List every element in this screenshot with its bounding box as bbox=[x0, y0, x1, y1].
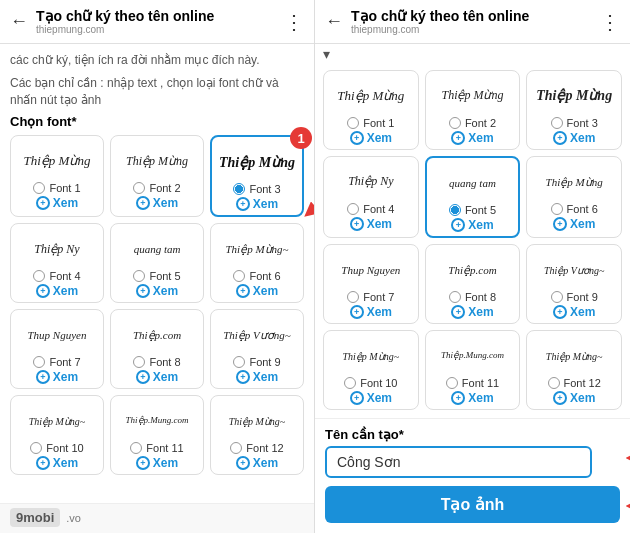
font-grid-left: Thiệp Mừng Font 1 + Xem Thiệp Mừng bbox=[10, 135, 304, 475]
right-radio-font-10[interactable] bbox=[344, 377, 356, 389]
back-button[interactable]: ← bbox=[10, 11, 28, 32]
right-font-card-10[interactable]: Thiệp Mừng~ Font 10 + Xem bbox=[323, 330, 419, 410]
font-card-4[interactable]: Thiệp Ny Font 4 + Xem bbox=[10, 223, 104, 303]
radio-font-9[interactable] bbox=[233, 356, 245, 368]
right-radio-font-3[interactable] bbox=[551, 117, 563, 129]
xem-btn-7[interactable]: + Xem bbox=[36, 370, 78, 384]
xem-icon-9: + bbox=[236, 370, 250, 384]
right-font-card-4[interactable]: Thiệp Ny Font 4 + Xem bbox=[323, 156, 419, 238]
right-xem-icon-3: + bbox=[553, 131, 567, 145]
font-card-1[interactable]: Thiệp Mừng Font 1 + Xem bbox=[10, 135, 104, 217]
right-font-card-11[interactable]: Thiệp.Mung.com Font 11 + Xem bbox=[425, 330, 521, 410]
right-font-card-8[interactable]: Thiệp.com Font 8 + Xem bbox=[425, 244, 521, 324]
xem-icon-3: + bbox=[236, 197, 250, 211]
right-font-card-9[interactable]: Thiệp Vương~ Font 9 + Xem bbox=[526, 244, 622, 324]
radio-font-1[interactable] bbox=[33, 182, 45, 194]
radio-font-7[interactable] bbox=[33, 356, 45, 368]
font-card-2[interactable]: Thiệp Mừng Font 2 + Xem bbox=[110, 135, 204, 217]
right-font-card-6[interactable]: Thiệp Mừng Font 6 + Xem bbox=[526, 156, 622, 238]
right-font-card-5[interactable]: quang tam Font 5 + Xem bbox=[425, 156, 521, 238]
right-radio-font-2[interactable] bbox=[449, 117, 461, 129]
right-font-label-9: Font 9 bbox=[567, 291, 598, 303]
right-xem-btn-9[interactable]: + Xem bbox=[553, 305, 595, 319]
xem-btn-3[interactable]: + Xem bbox=[236, 197, 278, 211]
radio-font-12[interactable] bbox=[230, 442, 242, 454]
right-radio-font-7[interactable] bbox=[347, 291, 359, 303]
font-card-6[interactable]: Thiệp Mừng~ Font 6 + Xem bbox=[210, 223, 304, 303]
font-card-11[interactable]: Thiệp.Mung.com Font 11 + Xem bbox=[110, 395, 204, 475]
font-card-7[interactable]: Thup Nguyen Font 7 + Xem bbox=[10, 309, 104, 389]
xem-btn-6[interactable]: + Xem bbox=[236, 284, 278, 298]
right-xem-btn-2[interactable]: + Xem bbox=[451, 131, 493, 145]
right-xem-icon-8: + bbox=[451, 305, 465, 319]
xem-text-3: Xem bbox=[253, 197, 278, 211]
xem-btn-9[interactable]: + Xem bbox=[236, 370, 278, 384]
menu-dots-left[interactable]: ⋮ bbox=[284, 10, 304, 34]
radio-font-3[interactable] bbox=[233, 183, 245, 195]
radio-font-5[interactable] bbox=[133, 270, 145, 282]
radio-font-10[interactable] bbox=[30, 442, 42, 454]
menu-dots-right[interactable]: ⋮ bbox=[600, 10, 620, 34]
radio-font-8[interactable] bbox=[133, 356, 145, 368]
tao-anh-button[interactable]: Tạo ảnh bbox=[325, 486, 620, 523]
right-font-card-2[interactable]: Thiệp Mừng Font 2 + Xem bbox=[425, 70, 521, 150]
right-xem-btn-12[interactable]: + Xem bbox=[553, 391, 595, 405]
xem-btn-10[interactable]: + Xem bbox=[36, 456, 78, 470]
right-xem-icon-4: + bbox=[350, 217, 364, 231]
right-xem-btn-7[interactable]: + Xem bbox=[350, 305, 392, 319]
right-xem-btn-11[interactable]: + Xem bbox=[451, 391, 493, 405]
radio-font-11[interactable] bbox=[130, 442, 142, 454]
font-card-5[interactable]: quang tam Font 5 + Xem bbox=[110, 223, 204, 303]
right-font-label-5: Font 5 bbox=[465, 204, 496, 216]
font-card-9[interactable]: Thiệp Vương~ Font 9 + Xem bbox=[210, 309, 304, 389]
annotation-1: 1 bbox=[290, 127, 312, 149]
right-radio-font-8[interactable] bbox=[449, 291, 461, 303]
right-radio-font-9[interactable] bbox=[551, 291, 563, 303]
right-xem-btn-5[interactable]: + Xem bbox=[451, 218, 493, 232]
right-font-card-12[interactable]: Thiệp Mừng~ Font 12 + Xem bbox=[526, 330, 622, 410]
right-xem-btn-4[interactable]: + Xem bbox=[350, 217, 392, 231]
back-button-right[interactable]: ← bbox=[325, 11, 343, 32]
xem-btn-11[interactable]: + Xem bbox=[136, 456, 178, 470]
right-xem-btn-10[interactable]: + Xem bbox=[350, 391, 392, 405]
name-input[interactable] bbox=[325, 446, 592, 478]
xem-btn-2[interactable]: + Xem bbox=[136, 196, 178, 210]
right-xem-btn-3[interactable]: + Xem bbox=[553, 131, 595, 145]
right-xem-icon-2: + bbox=[451, 131, 465, 145]
right-radio-font-4[interactable] bbox=[347, 203, 359, 215]
radio-font-4[interactable] bbox=[33, 270, 45, 282]
right-xem-icon-9: + bbox=[553, 305, 567, 319]
xem-text-2: Xem bbox=[153, 196, 178, 210]
font-card-10[interactable]: Thiệp Mừng~ Font 10 + Xem bbox=[10, 395, 104, 475]
right-xem-btn-1[interactable]: + Xem bbox=[350, 131, 392, 145]
right-xem-text-11: Xem bbox=[468, 391, 493, 405]
right-radio-font-12[interactable] bbox=[548, 377, 560, 389]
right-xem-icon-1: + bbox=[350, 131, 364, 145]
right-font-card-7[interactable]: Thup Nguyen Font 7 + Xem bbox=[323, 244, 419, 324]
right-xem-btn-6[interactable]: + Xem bbox=[553, 217, 595, 231]
xem-btn-8[interactable]: + Xem bbox=[136, 370, 178, 384]
radio-font-2[interactable] bbox=[133, 182, 145, 194]
right-radio-font-1[interactable] bbox=[347, 117, 359, 129]
xem-btn-4[interactable]: + Xem bbox=[36, 284, 78, 298]
right-xem-btn-8[interactable]: + Xem bbox=[451, 305, 493, 319]
scroll-indicator: ▾ bbox=[315, 44, 630, 64]
font-preview-4: Thiệp Ny bbox=[15, 230, 99, 268]
xem-btn-12[interactable]: + Xem bbox=[236, 456, 278, 470]
bottom-text: .vo bbox=[66, 512, 81, 524]
right-font-card-1[interactable]: Thiệp Mừng Font 1 + Xem bbox=[323, 70, 419, 150]
right-xem-text-4: Xem bbox=[367, 217, 392, 231]
xem-btn-1[interactable]: + Xem bbox=[36, 196, 78, 210]
right-radio-font-6[interactable] bbox=[551, 203, 563, 215]
font-card-12[interactable]: Thiệp Mừng~ Font 12 + Xem bbox=[210, 395, 304, 475]
xem-icon-5: + bbox=[136, 284, 150, 298]
radio-font-6[interactable] bbox=[233, 270, 245, 282]
font-label-12: Font 12 bbox=[246, 442, 283, 454]
right-radio-font-11[interactable] bbox=[446, 377, 458, 389]
right-font-card-3[interactable]: Thiệp Mừng Font 3 + Xem bbox=[526, 70, 622, 150]
font-card-8[interactable]: Thiệp.com Font 8 + Xem bbox=[110, 309, 204, 389]
font-card-3[interactable]: 1 Thiệp Mừng Font 3 + Xem bbox=[210, 135, 304, 217]
right-radio-font-5[interactable] bbox=[449, 204, 461, 216]
xem-btn-5[interactable]: + Xem bbox=[136, 284, 178, 298]
right-xem-icon-12: + bbox=[553, 391, 567, 405]
